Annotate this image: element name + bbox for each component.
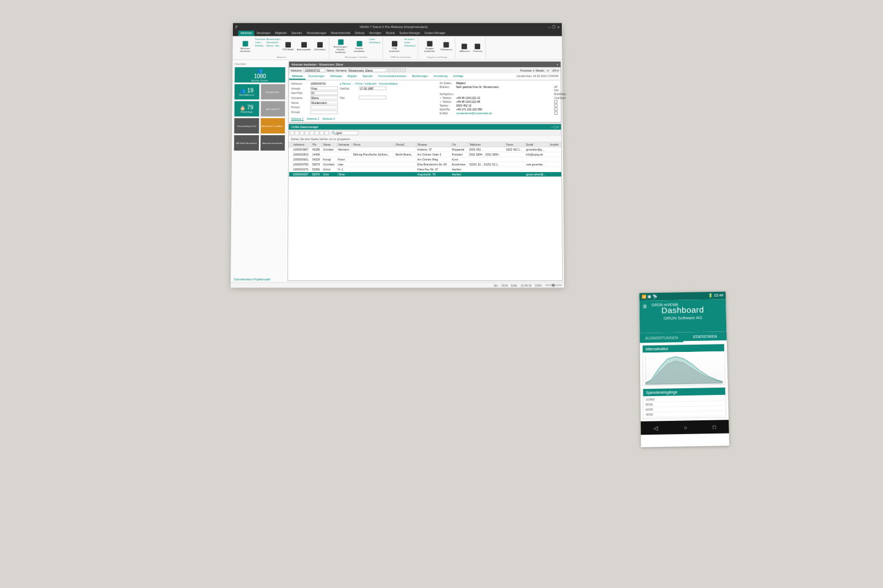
maximize-icon[interactable]: ▢ <box>552 25 556 29</box>
checkbox[interactable] <box>554 100 557 103</box>
table-row[interactable]: 100000425752070GrünOliverAugustaStr. 78A… <box>289 172 561 177</box>
menu-spenden[interactable]: Spenden <box>289 31 305 36</box>
tile-adressliste-3[interactable]: Adressliste 3 und Adr... <box>260 118 285 133</box>
tab-statistiken[interactable]: STATISTIKEN <box>683 332 727 342</box>
table-row[interactable]: 100000281914469Stiftung Preußische Schlö… <box>289 152 561 157</box>
zoom-slider[interactable] <box>545 284 562 286</box>
menu-mitglieder[interactable]: Mitglieder <box>273 31 289 36</box>
column-header[interactable]: Email <box>525 142 549 147</box>
crm-formulare-link[interactable]: Formulare <box>405 38 416 40</box>
tab-mitglied[interactable]: Mitglied <box>345 73 360 80</box>
addr-subtab-1[interactable]: Adresse 1 <box>291 117 304 121</box>
tab-anmeldung[interactable]: Anmeldung <box>431 73 450 80</box>
dm-button[interactable] <box>305 131 309 135</box>
tile-aktueller-verteiler[interactable]: 👥 1080 Aktueller Verteiler <box>235 67 285 83</box>
tab-kommunikation[interactable]: Kommunikationswesen <box>375 73 409 80</box>
column-header[interactable]: Faxnr <box>505 142 525 147</box>
menu-sendungen[interactable]: Sendungen <box>254 31 273 36</box>
minimize-icon[interactable]: – <box>548 25 550 29</box>
menu-adressen[interactable]: Adressen <box>238 31 254 36</box>
dm-button[interactable] <box>295 131 299 135</box>
titel-input[interactable] <box>359 96 386 100</box>
checkbox[interactable] <box>554 104 557 107</box>
ots-modul-button[interactable]: OTS Modul <box>281 37 295 56</box>
column-header[interactable]: Anzahl <box>549 142 561 147</box>
muster-dropdown[interactable]: Muster... <box>536 68 546 72</box>
gruppen-button[interactable]: Gruppen bearbeiten <box>421 37 439 56</box>
menu-systemmanager2[interactable]: System-Manager <box>422 31 448 36</box>
column-header[interactable]: Name <box>322 142 337 147</box>
tile-adressen-bearbeiten[interactable]: Adressen bearbeiten <box>260 135 285 151</box>
adressen-bearbeiten-button[interactable]: Adressen bearbeiten <box>237 37 254 56</box>
maximize-icon[interactable]: ▢ <box>554 125 556 129</box>
menu-module[interactable]: Module <box>384 31 397 36</box>
table-row[interactable]: 100000227652066GrünzH.-J.Klara-Fey-Str. … <box>289 167 561 172</box>
dm-button[interactable] <box>310 131 314 135</box>
serienbriefe-link[interactable]: Serienbriefe <box>267 41 280 44</box>
column-header[interactable]: Telefonnr <box>468 142 505 147</box>
nav-recent-icon[interactable]: □ <box>712 424 716 430</box>
checkbox[interactable] <box>554 108 557 111</box>
etiketten-link[interactable]: Etiketten <box>255 44 265 47</box>
tile-adressliste-iv[interactable]: Adressliste IV <box>260 101 285 116</box>
menu-veranstaltungen[interactable]: Veranstaltungen <box>304 31 328 36</box>
vorname-input[interactable] <box>310 96 338 100</box>
tile-neue-adressen[interactable]: 👥 19 Neue Adressen <box>235 84 259 100</box>
firma1-input[interactable] <box>310 105 338 109</box>
dm-button[interactable] <box>320 131 324 135</box>
field-value[interactable]: musterelena@musterseite.de <box>456 111 553 115</box>
listen-link2[interactable]: Listen <box>369 38 381 40</box>
dm-button[interactable] <box>300 131 304 135</box>
doc-link[interactable]: Dokumentation Projektmodell <box>234 277 270 281</box>
toolbar-button[interactable] <box>387 68 391 72</box>
nav-back-icon[interactable]: ◁ <box>653 425 658 431</box>
tab-zuordnungen[interactable]: Zuordnungen <box>305 73 327 80</box>
dm-button[interactable] <box>315 131 319 135</box>
table-row[interactable]: 100000398742289GrüntkerHermannAckerstr. … <box>289 147 561 152</box>
crm-button[interactable]: CRM bearbeiten <box>386 37 403 56</box>
close-icon[interactable]: × <box>557 25 560 29</box>
definitionen-link2[interactable]: Definitionen <box>369 41 381 44</box>
menu-systemmanager[interactable]: System-Manager <box>397 31 423 36</box>
toolbar-button[interactable] <box>402 68 406 72</box>
tab-spender[interactable]: Spender <box>360 73 376 80</box>
crm-listen-link[interactable]: Listen <box>405 41 416 44</box>
table-row[interactable]: 100000078353879GrünheidUweElsa-Brandströ… <box>289 162 561 167</box>
gruppen-def-button[interactable]: Definitionen <box>439 37 453 56</box>
prozesse-button[interactable]: Prozesse <box>472 37 483 58</box>
column-header[interactable]: Firma2 <box>395 142 416 147</box>
tab-auswertungen[interactable]: AUSWERTUNGEN <box>640 333 683 343</box>
formulare-link[interactable]: Formulare <box>256 38 265 40</box>
namtitel-input[interactable] <box>310 91 338 95</box>
verteiler-button[interactable]: Verteiler verarbeiten <box>350 37 368 56</box>
menu-zahlung[interactable]: Zahlung <box>353 31 367 36</box>
dm-button[interactable] <box>325 131 329 135</box>
menu-warenwirtschaft[interactable]: Warenwirtschaft <box>328 31 352 36</box>
definitionen-button[interactable]: Definitionen <box>313 37 327 56</box>
tile-standard-sel[interactable]: Standard-Sel... <box>260 84 285 100</box>
column-header[interactable]: Firma <box>352 142 395 147</box>
addr-subtab-2[interactable]: Adresse 2 <box>307 117 320 121</box>
addr-subtab-3[interactable]: Adresse 3 <box>322 117 334 121</box>
tile-veranstaltung[interactable]: Veranstaltung Card <box>234 118 259 133</box>
column-header[interactable]: Vorname <box>337 142 352 147</box>
crm-def-link[interactable]: Definitionen <box>405 44 416 47</box>
column-header[interactable]: Adressnr <box>292 142 311 147</box>
nav-home-icon[interactable]: ○ <box>684 424 687 430</box>
column-header[interactable]: Strasse <box>416 142 451 147</box>
hamburger-icon[interactable]: ≡ <box>643 303 647 311</box>
menu-vermoegen[interactable]: Vermögen <box>367 31 384 36</box>
minimize-icon[interactable]: – <box>551 125 553 129</box>
toolbar-button[interactable] <box>397 68 401 72</box>
toolbar-button[interactable] <box>392 68 396 72</box>
dm-search-input[interactable] <box>336 131 358 135</box>
adressnr-input[interactable] <box>304 68 326 72</box>
tab-auftraege[interactable]: Aufträge <box>450 73 466 80</box>
prozesse-dropdown[interactable]: Prozesse <box>520 68 532 72</box>
column-header[interactable]: Plz <box>311 142 322 147</box>
gebdat-input[interactable] <box>359 87 386 90</box>
tab-adresse[interactable]: Adresse <box>289 73 306 80</box>
tile-msword[interactable]: MS Word Serienbrief <box>234 135 259 151</box>
firma2-input[interactable] <box>310 110 338 114</box>
starten-link[interactable]: Starten - Neu <box>267 44 280 47</box>
